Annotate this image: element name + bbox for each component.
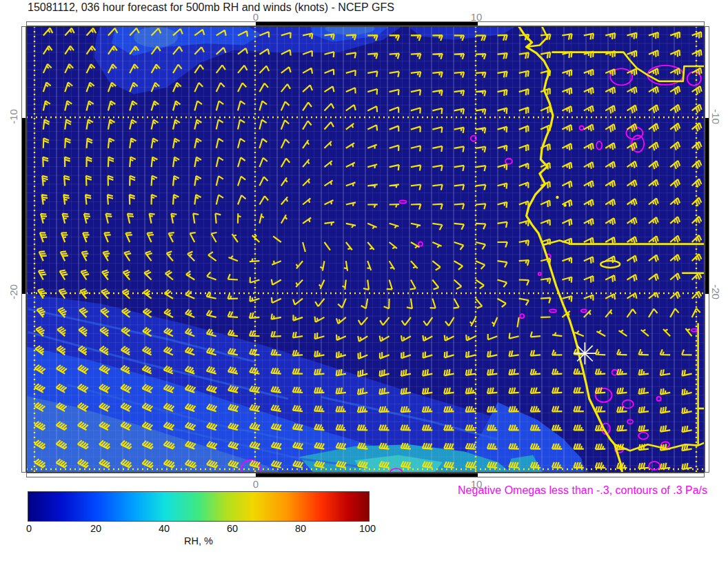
map-frame-right-black-segment	[705, 118, 709, 294]
map-frame-left	[21, 26, 26, 473]
colorbar-label: RH, %	[184, 535, 213, 546]
map-frame-bottom	[26, 473, 705, 477]
right-axis-tick-neg10: -10	[710, 109, 722, 124]
map-frame-top-black-segment	[256, 22, 478, 26]
left-axis-tick-neg10: -10	[8, 109, 19, 124]
map-frame-left-black-segment	[22, 118, 26, 294]
omega-annotation: Negative Omegas less than -.3, contours …	[458, 484, 707, 497]
colorbar-tick-0: 0	[26, 523, 32, 534]
rh-colorbar	[28, 491, 370, 522]
map-frame-right	[705, 26, 709, 473]
map-plot	[26, 26, 705, 473]
plot-title: 15081112, 036 hour forecast for 500mb RH…	[28, 1, 394, 14]
colorbar-tick-100: 100	[359, 523, 376, 534]
forecast-plot-page: 15081112, 036 hour forecast for 500mb RH…	[0, 0, 728, 563]
colorbar-tick-80: 80	[295, 523, 306, 534]
map-frame-bottom-black-segment	[256, 473, 478, 477]
bottom-axis-tick-0: 0	[253, 478, 259, 490]
left-axis-tick-neg20: -20	[8, 284, 19, 299]
colorbar-tick-40: 40	[159, 523, 170, 534]
station-marker	[574, 342, 596, 364]
right-axis-tick-neg20: -20	[710, 284, 722, 299]
colorbar-tick-60: 60	[227, 523, 238, 534]
colorbar-tick-20: 20	[90, 523, 101, 534]
map-frame-top	[26, 21, 705, 26]
